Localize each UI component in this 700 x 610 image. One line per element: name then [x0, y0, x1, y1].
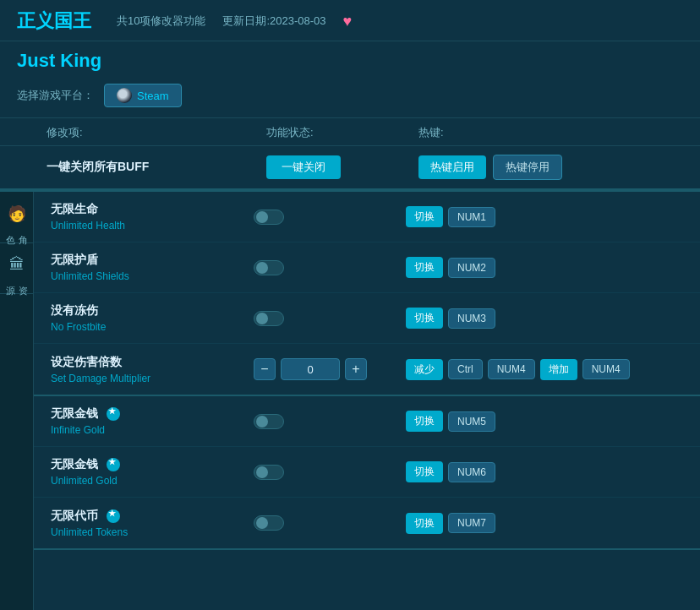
badge-icon: [107, 458, 120, 471]
mod-info-frostbite: 没有冻伤 No Frostbite: [51, 303, 254, 333]
mod-name-cn-health: 无限生命: [51, 202, 254, 217]
steam-icon: [117, 88, 132, 103]
table-row: 设定伤害倍数 Set Damage Multiplier − + 减少 Ctrl…: [34, 344, 700, 395]
table-row: 无限护盾 Unlimited Shields 切换 NUM2: [34, 242, 700, 293]
hotkey-key-infinite-gold: NUM5: [448, 411, 495, 432]
platform-label: 选择游戏平台：: [17, 88, 94, 103]
toggle-infinite-gold[interactable]: [254, 414, 284, 429]
mod-name-en-frostbite: No Frostbite: [51, 321, 254, 333]
sidebar-section-character: 🧑 角色: [0, 192, 33, 243]
mod-name-cn-damage: 设定伤害倍数: [51, 355, 254, 370]
resources-icon: 🏛: [9, 256, 25, 274]
mod-status-damage: − +: [254, 358, 406, 380]
mod-name-cn-unlimited-tokens: 无限代币: [51, 509, 254, 524]
one-key-close-container: 一键关闭: [266, 155, 418, 179]
hotkey-key-shields: NUM2: [448, 258, 495, 278]
mod-status-shields: [254, 260, 406, 275]
hotkey-enable-button[interactable]: 热键启用: [418, 155, 486, 179]
mod-name-cn-unlimited-gold: 无限金钱: [51, 457, 254, 472]
sidebar: 🧑 角色 🏛 资源: [0, 192, 34, 610]
toggle-frostbite[interactable]: [254, 311, 284, 326]
toggle-knob-unlimited-tokens: [256, 517, 268, 529]
mod-name-en-unlimited-tokens: Unlimited Tokens: [51, 526, 254, 538]
mod-status-health: [254, 210, 406, 225]
hotkey-switch-shields[interactable]: 切换: [406, 257, 443, 278]
character-icon: 🧑: [8, 204, 26, 223]
sidebar-resources-label: 资源: [4, 279, 30, 280]
mod-name-en-unlimited-gold: Unlimited Gold: [51, 475, 254, 487]
close-all-button[interactable]: 一键关闭: [266, 155, 341, 179]
table-row: 没有冻伤 No Frostbite 切换 NUM3: [34, 293, 700, 344]
damage-value-input[interactable]: [281, 358, 340, 380]
increase-hotkey-btn[interactable]: 增加: [540, 359, 577, 380]
hotkey-key-health: NUM1: [448, 207, 495, 227]
mod-name-en-health: Unlimited Health: [51, 220, 254, 231]
mod-info-unlimited-tokens: 无限代币 Unlimited Tokens: [51, 509, 254, 538]
header: 正义国王 共10项修改器功能 更新日期:2023-08-03 ♥: [0, 0, 700, 41]
main-content: 🧑 角色 🏛 资源 无限生命 Unlimited Health: [0, 192, 700, 610]
mod-name-cn-frostbite: 没有冻伤: [51, 303, 254, 319]
hotkey-switch-frostbite[interactable]: 切换: [406, 308, 443, 329]
mod-name-en-shields: Unlimited Shields: [51, 270, 254, 282]
mod-hotkey-unlimited-tokens: 切换 NUM7: [406, 513, 683, 534]
mod-hotkey-damage: 减少 Ctrl NUM4 增加 NUM4: [406, 359, 683, 380]
num4-increase-key: NUM4: [582, 359, 630, 379]
hotkey-disable-button[interactable]: 热键停用: [493, 155, 562, 180]
mod-name-cn-infinite-gold: 无限金钱: [51, 406, 254, 422]
toggle-health[interactable]: [254, 210, 284, 225]
hotkey-switch-unlimited-tokens[interactable]: 切换: [406, 513, 443, 534]
mod-hotkey-infinite-gold: 切换 NUM5: [406, 411, 683, 432]
increase-button[interactable]: +: [345, 358, 367, 380]
hotkey-switch-unlimited-gold[interactable]: 切换: [406, 461, 443, 482]
num-input-row: − +: [254, 358, 367, 380]
favorite-icon[interactable]: ♥: [343, 13, 353, 30]
ctrl-key: Ctrl: [448, 359, 483, 379]
table-row: 无限代币 Unlimited Tokens 切换 NUM7: [34, 498, 700, 548]
toggle-unlimited-gold[interactable]: [254, 465, 284, 480]
header-meta: 共10项修改器功能 更新日期:2023-08-03 ♥: [117, 13, 352, 30]
col-hotkey-header: 热键:: [418, 125, 683, 140]
table-row: 无限生命 Unlimited Health 切换 NUM1: [34, 192, 700, 242]
table-row: 无限金钱 Unlimited Gold 切换 NUM6: [34, 447, 700, 498]
toggle-knob-infinite-gold: [256, 416, 268, 428]
mod-hotkey-frostbite: 切换 NUM3: [406, 308, 683, 329]
mod-status-infinite-gold: [254, 414, 406, 429]
mod-hotkey-unlimited-gold: 切换 NUM6: [406, 461, 683, 482]
mod-name-en-infinite-gold: Infinite Gold: [51, 424, 254, 436]
toggle-knob-unlimited-gold: [256, 466, 268, 478]
mod-hotkey-shields: 切换 NUM2: [406, 257, 683, 278]
hotkey-switch-health[interactable]: 切换: [406, 206, 443, 227]
badge-icon: [107, 509, 120, 523]
mod-status-unlimited-tokens: [254, 515, 406, 531]
hotkey-key-unlimited-tokens: NUM7: [448, 513, 495, 533]
update-date: 更新日期:2023-08-03: [222, 14, 325, 29]
mod-info-health: 无限生命 Unlimited Health: [51, 202, 254, 231]
feature-count: 共10项修改器功能: [117, 14, 205, 29]
mod-status-unlimited-gold: [254, 465, 406, 480]
mod-info-unlimited-gold: 无限金钱 Unlimited Gold: [51, 457, 254, 487]
hotkey-switch-infinite-gold[interactable]: 切换: [406, 411, 443, 432]
mod-info-shields: 无限护盾 Unlimited Shields: [51, 253, 254, 282]
toggle-unlimited-tokens[interactable]: [254, 515, 284, 531]
platform-row: 选择游戏平台： Steam: [0, 77, 700, 118]
mod-info-damage: 设定伤害倍数 Set Damage Multiplier: [51, 355, 254, 384]
mod-status-frostbite: [254, 311, 406, 326]
col-status-header: 功能状态:: [266, 125, 418, 140]
decrease-hotkey-btn[interactable]: 减少: [406, 359, 443, 380]
mod-name-cn-shields: 无限护盾: [51, 253, 254, 268]
mod-hotkey-health: 切换 NUM1: [406, 206, 683, 227]
decrease-button[interactable]: −: [254, 358, 276, 380]
character-section: 无限生命 Unlimited Health 切换 NUM1 无限护盾 Unli: [34, 192, 700, 396]
steam-platform-button[interactable]: Steam: [104, 84, 182, 107]
mod-info-infinite-gold: 无限金钱 Infinite Gold: [51, 406, 254, 436]
damage-hotkeys: 减少 Ctrl NUM4 增加 NUM4: [406, 359, 630, 380]
steam-label: Steam: [137, 90, 169, 102]
hotkey-toggle-buttons: 热键启用 热键停用: [418, 155, 562, 180]
toggle-shields[interactable]: [254, 260, 284, 275]
one-key-row: 一键关闭所有BUFF 一键关闭 热键启用 热键停用: [0, 146, 700, 190]
badge-icon: [107, 407, 120, 421]
table-row: 无限金钱 Infinite Gold 切换 NUM5: [34, 396, 700, 447]
sidebar-character-label: 角色: [4, 228, 30, 230]
sidebar-section-resources: 🏛 资源: [0, 243, 33, 294]
hotkey-key-frostbite: NUM3: [448, 308, 495, 329]
